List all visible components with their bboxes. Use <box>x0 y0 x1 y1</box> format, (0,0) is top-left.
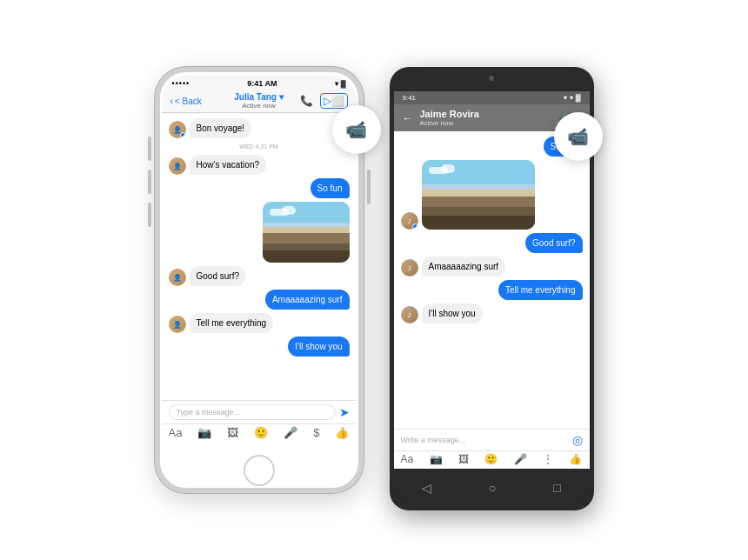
ios-toolbar: Aa 📷 🖼 🙂 🎤 $ 👍 <box>162 423 357 443</box>
camera-icon[interactable]: 📷 <box>430 453 443 465</box>
send-icon[interactable]: ➤ <box>339 405 350 419</box>
back-chevron-icon: ‹ <box>170 97 173 106</box>
more-icon[interactable]: ⋮ <box>543 453 553 465</box>
message-row: 👤 How's vacation? <box>169 155 350 175</box>
text-format-icon[interactable]: Aa <box>401 453 414 465</box>
android-message-list: So fun J <box>394 131 590 429</box>
message-bubble: Bon voyage! <box>190 118 252 138</box>
ios-silent-switch <box>148 137 151 161</box>
message-input[interactable]: Write a message... <box>401 436 569 444</box>
like-icon[interactable]: 👍 <box>569 453 582 465</box>
message-row <box>169 202 350 263</box>
cloud-decoration <box>441 164 455 173</box>
active-status: Active now <box>234 102 284 110</box>
video-camera-icon: 📹 <box>345 119 367 140</box>
ios-status-bar: ••••• 9:41 AM ▾ ▓ <box>162 76 357 90</box>
wifi-icon: ▾ <box>570 94 573 102</box>
android-status-bar: 9:41 ▾ ▾ ▓ <box>394 91 590 104</box>
ios-volume-up <box>148 170 151 194</box>
shared-image <box>263 202 350 263</box>
back-nav-icon[interactable]: ◁ <box>422 481 431 495</box>
message-bubble: Good surf? <box>525 233 582 253</box>
avatar: 👤 <box>169 269 186 286</box>
message-bubble: Good surf? <box>190 266 246 286</box>
nav-contact-info: Jaime Rovira Active now <box>420 109 551 127</box>
back-label[interactable]: < Back <box>175 97 202 106</box>
android-input-bar: Write a message... ◎ <box>394 429 590 450</box>
ios-nav-bar: ‹ < Back Julia Tang ▾ Active now 📞 ▷⬜ <box>162 90 357 113</box>
text-format-icon[interactable]: Aa <box>169 426 183 439</box>
more-icon[interactable]: $ <box>313 426 319 439</box>
avatar: J <box>401 212 418 230</box>
android-phone: 📹 9:41 ▾ ▾ ▓ ← Jaime Rovira Active now <box>390 67 594 510</box>
ios-screen: ••••• 9:41 AM ▾ ▓ ‹ < Back Julia Tang ▾ … <box>162 76 357 443</box>
message-row: 👤 Bon voyage! <box>169 118 350 138</box>
ios-message-list: 👤 Bon voyage! WED 4:21 PM 👤 How's vacati… <box>162 113 357 400</box>
video-icon[interactable]: ▷⬜ <box>320 93 348 109</box>
message-bubble: Amaaaaazing surf <box>265 290 350 310</box>
ios-power-button <box>367 170 371 204</box>
mic-icon[interactable]: 🎤 <box>284 426 297 439</box>
message-bubble: Tell me everything <box>190 313 274 333</box>
home-nav-icon[interactable]: ○ <box>489 481 496 495</box>
nav-contact-info: Julia Tang ▾ Active now <box>234 92 284 110</box>
ios-status-icons: ▾ ▓ <box>335 80 346 88</box>
emoji-icon[interactable]: 🙂 <box>484 453 498 465</box>
online-badge <box>180 132 186 138</box>
battery-icon: ▓ <box>576 94 581 102</box>
message-bubble: I'll show you <box>422 303 483 323</box>
mic-icon[interactable]: 🎤 <box>514 453 527 465</box>
back-button[interactable]: ‹ < Back <box>170 97 202 106</box>
ios-phone: 📹 ••••• 9:41 AM ▾ ▓ ‹ < Back Julia Tang … <box>155 67 364 493</box>
phone-icon[interactable]: 📞 <box>300 95 313 107</box>
message-bubble: I'll show you <box>288 337 349 357</box>
battery-icon: ▓ <box>341 80 346 88</box>
active-status: Active now <box>420 119 551 127</box>
signal-icon: ▾ <box>564 94 567 102</box>
message-row: J I'll show you <box>401 303 583 323</box>
avatar: 👤 <box>169 121 186 138</box>
photo-icon[interactable]: 🖼 <box>227 426 238 439</box>
back-arrow-icon[interactable]: ← <box>403 112 413 124</box>
message-row: So fun <box>169 178 350 198</box>
contact-name[interactable]: Julia Tang ▾ <box>234 92 284 102</box>
ios-home-button[interactable] <box>244 455 275 486</box>
avatar: J <box>401 259 418 277</box>
photo-icon[interactable]: 🖼 <box>458 453 469 465</box>
video-camera-icon: 📹 <box>567 126 589 147</box>
wifi-icon: ▾ <box>335 80 338 88</box>
ios-volume-down <box>148 203 151 227</box>
ios-video-tooltip: 📹 <box>332 105 381 154</box>
beach-photo <box>422 160 535 230</box>
avatar: 👤 <box>169 316 186 333</box>
cloud-decoration <box>282 206 296 215</box>
send-icon[interactable]: ◎ <box>572 433 583 447</box>
ios-input-bar: Type a message... ➤ <box>162 400 357 423</box>
contact-name[interactable]: Jaime Rovira <box>420 109 551 119</box>
emoji-icon[interactable]: 🙂 <box>254 426 268 439</box>
android-camera-dot <box>489 76 494 81</box>
timestamp: WED 4:21 PM <box>169 143 350 150</box>
message-input[interactable]: Type a message... <box>169 404 336 420</box>
recents-nav-icon[interactable]: □ <box>553 481 560 495</box>
avatar: 👤 <box>169 157 186 175</box>
message-bubble: How's vacation? <box>190 155 267 175</box>
android-toolbar: Aa 📷 🖼 🙂 🎤 ⋮ 👍 <box>394 450 590 469</box>
message-row: J Amaaaaazing surf <box>401 257 583 277</box>
android-video-tooltip: 📹 <box>554 112 603 161</box>
ios-signal-dots: ••••• <box>172 79 190 88</box>
nav-action-icons: 📞 ▷⬜ <box>300 93 348 109</box>
message-row: 👤 Tell me everything <box>169 313 350 333</box>
scene: 📹 ••••• 9:41 AM ▾ ▓ ‹ < Back Julia Tang … <box>0 0 748 560</box>
shared-image <box>422 160 535 230</box>
message-row: J <box>401 160 583 230</box>
like-icon[interactable]: 👍 <box>335 426 349 439</box>
message-bubble: So fun <box>311 178 350 198</box>
message-bubble: Amaaaaazing surf <box>422 257 506 277</box>
ios-clock: 9:41 AM <box>247 79 277 88</box>
camera-icon[interactable]: 📷 <box>197 426 211 439</box>
message-row: I'll show you <box>169 337 350 357</box>
message-row: Tell me everything <box>401 280 583 300</box>
android-status-icons: ▾ ▾ ▓ <box>564 94 581 102</box>
message-row: Good surf? <box>401 233 583 253</box>
